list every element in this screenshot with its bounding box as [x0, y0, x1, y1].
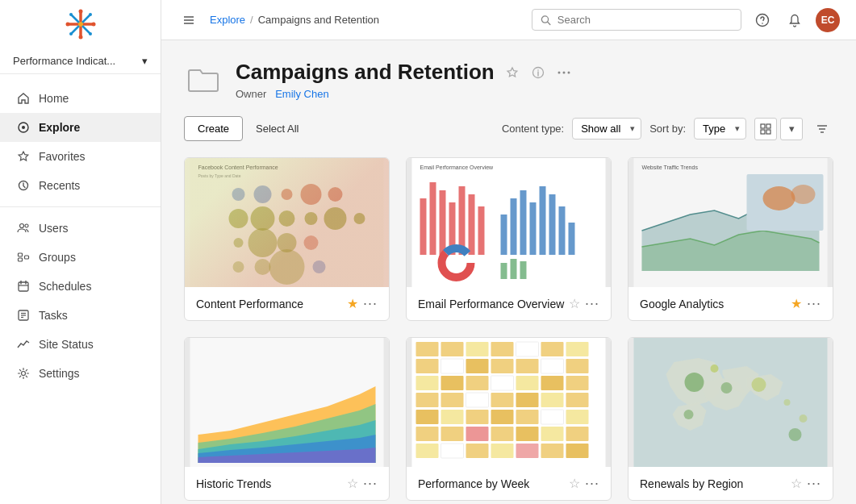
sidebar-item-groups[interactable]: Groups [0, 243, 161, 272]
svg-rect-108 [416, 342, 439, 356]
svg-rect-153 [491, 444, 514, 458]
tasks-icon [16, 308, 31, 323]
svg-point-100 [791, 185, 816, 204]
svg-rect-20 [25, 256, 29, 259]
star-button-content-performance[interactable]: ★ [347, 296, 358, 311]
card-footer-google-analytics: Google Analytics ★ ··· [628, 287, 833, 320]
star-button-performance-by-week[interactable]: ☆ [569, 476, 580, 491]
svg-point-163 [685, 373, 704, 392]
sidebar-item-settings[interactable]: Settings [0, 359, 161, 388]
grid-view-button[interactable] [754, 118, 777, 140]
sidebar: Performance Indicat... ▾ Home Explore Fa… [0, 0, 161, 504]
card-title-performance-by-week: Performance by Week [418, 477, 529, 490]
card-content-performance[interactable]: Facebook Content Performance Posts by Ty… [184, 157, 390, 321]
svg-point-9 [89, 32, 92, 35]
svg-rect-145 [466, 427, 489, 441]
filter-button[interactable] [811, 118, 833, 140]
svg-point-168 [784, 399, 791, 406]
card-performance-by-week[interactable]: Performance by Week ☆ ··· [406, 337, 612, 501]
svg-rect-129 [416, 393, 439, 407]
more-button-renewals-by-region[interactable]: ··· [807, 475, 821, 492]
favorite-page-button[interactable] [503, 63, 522, 82]
card-title-renewals-by-region: Renewals by Region [640, 477, 743, 490]
org-selector[interactable]: Performance Indicat... ▾ [0, 48, 161, 74]
svg-rect-137 [441, 410, 464, 424]
more-button-historic-trends[interactable]: ··· [363, 475, 378, 492]
star-button-renewals-by-region[interactable]: ☆ [791, 476, 802, 491]
star-button-google-analytics[interactable]: ★ [791, 296, 802, 311]
sidebar-item-explore-label: Explore [39, 121, 80, 134]
svg-rect-135 [566, 393, 589, 407]
more-options-button[interactable] [554, 63, 574, 82]
card-google-analytics[interactable]: Website Traffic Trends Google A [628, 157, 833, 321]
svg-rect-110 [466, 342, 489, 356]
star-button-historic-trends[interactable]: ☆ [347, 476, 358, 491]
user-avatar[interactable]: EC [816, 8, 840, 32]
svg-point-11 [69, 32, 73, 35]
sidebar-collapse-button[interactable] [177, 9, 200, 31]
svg-point-55 [282, 189, 293, 200]
more-button-google-analytics[interactable]: ··· [807, 295, 821, 312]
svg-rect-88 [569, 223, 575, 255]
svg-rect-109 [441, 342, 464, 356]
page-header: Campaigns and Retention Own [184, 60, 833, 100]
svg-rect-120 [541, 359, 564, 373]
card-renewals-by-region[interactable]: Renewals by Region ☆ ··· [628, 337, 833, 501]
svg-text:Facebook Content Performance: Facebook Content Performance [198, 165, 278, 170]
sidebar-item-explore[interactable]: Explore [0, 113, 161, 142]
sidebar-item-recents[interactable]: Recents [0, 171, 161, 200]
sidebar-item-tasks[interactable]: Tasks [0, 301, 161, 330]
sidebar-item-schedules-label: Schedules [39, 280, 91, 293]
more-button-performance-by-week[interactable]: ··· [585, 475, 599, 492]
sidebar-item-favorites[interactable]: Favorites [0, 142, 161, 171]
view-icons: ▾ [754, 118, 803, 140]
select-all-button[interactable]: Select All [253, 117, 302, 140]
svg-rect-144 [441, 427, 464, 441]
card-email-performance[interactable]: Email Performance Overview [406, 157, 612, 321]
owner-name-link[interactable]: Emily Chen [275, 88, 328, 100]
sidebar-item-favorites-label: Favorites [39, 150, 86, 163]
create-button[interactable]: Create [184, 116, 243, 141]
help-button[interactable] [751, 9, 774, 31]
svg-rect-83 [520, 190, 527, 255]
svg-rect-81 [501, 215, 507, 255]
nav-divider-1 [0, 206, 161, 207]
breadcrumb-explore-link[interactable]: Explore [210, 14, 245, 26]
star-button-email-performance[interactable]: ☆ [569, 296, 580, 311]
search-bar[interactable] [532, 9, 741, 31]
search-input[interactable] [557, 14, 733, 26]
sidebar-item-site-status[interactable]: Site Status [0, 330, 161, 359]
svg-point-12 [78, 22, 83, 27]
svg-rect-152 [466, 444, 489, 458]
svg-rect-21 [19, 282, 28, 291]
svg-point-70 [269, 249, 305, 285]
svg-text:Posts by Type and Date: Posts by Type and Date [198, 173, 241, 178]
svg-rect-141 [541, 410, 564, 424]
svg-rect-124 [466, 376, 489, 390]
content-type-dropdown[interactable]: Show all [572, 118, 641, 140]
svg-rect-113 [541, 342, 564, 356]
sort-by-dropdown-wrap: Type [694, 118, 746, 140]
svg-rect-123 [441, 376, 464, 390]
sidebar-item-users-label: Users [39, 222, 69, 235]
toolbar-right: Content type: Show all Sort by: Type [502, 118, 833, 140]
info-button[interactable] [528, 63, 548, 82]
more-button-email-performance[interactable]: ··· [585, 295, 599, 312]
sidebar-nav: Home Explore Favorites Recents Users [0, 74, 161, 504]
svg-rect-130 [441, 393, 464, 407]
more-button-content-performance[interactable]: ··· [363, 295, 378, 312]
breadcrumb-current: Campaigns and Retention [258, 14, 379, 26]
sidebar-item-users[interactable]: Users [0, 214, 161, 243]
svg-point-40 [557, 71, 560, 73]
sidebar-item-site-status-label: Site Status [39, 338, 94, 351]
sidebar-item-home[interactable]: Home [0, 84, 161, 113]
svg-rect-111 [491, 342, 514, 356]
notifications-button[interactable] [783, 9, 806, 31]
svg-point-170 [789, 428, 802, 441]
sort-by-dropdown[interactable]: Type [694, 118, 746, 140]
svg-rect-155 [541, 444, 564, 458]
content-type-dropdown-wrap: Show all [572, 118, 641, 140]
sidebar-item-schedules[interactable]: Schedules [0, 272, 161, 301]
chevron-down-view-button[interactable]: ▾ [780, 118, 803, 140]
card-historic-trends[interactable]: Historic Trends ☆ ··· [184, 337, 390, 501]
